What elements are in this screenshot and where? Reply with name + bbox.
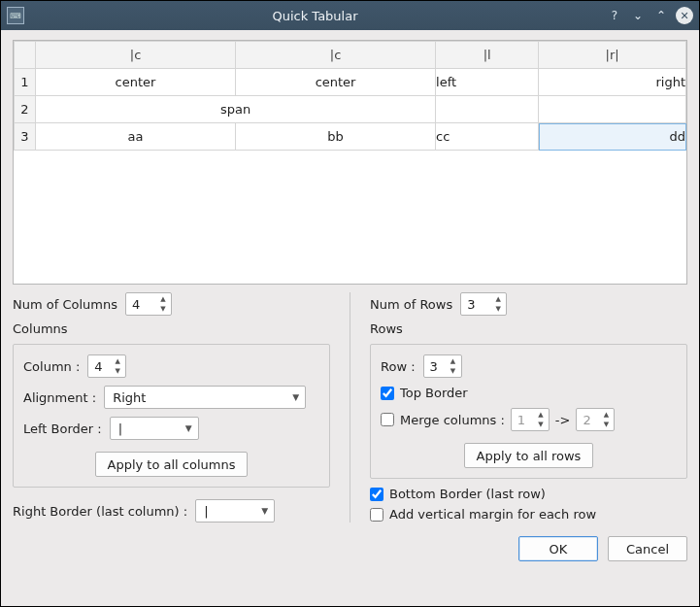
- row-header[interactable]: 1: [15, 69, 36, 96]
- vertical-margin-checkbox[interactable]: Add vertical margin for each row: [370, 507, 687, 522]
- table-cell[interactable]: span: [36, 96, 436, 123]
- chevron-down-icon: ▼: [185, 423, 192, 433]
- vertical-margin-check-input[interactable]: [370, 508, 383, 522]
- num-columns-spinbox[interactable]: 4 ▲▼: [125, 292, 172, 316]
- window-title: Quick Tabular: [24, 9, 606, 23]
- help-button[interactable]: ?: [606, 7, 623, 24]
- table-cell[interactable]: aa: [36, 123, 236, 151]
- close-button[interactable]: ✕: [676, 7, 693, 24]
- spin-down-icon[interactable]: ▼: [600, 420, 612, 429]
- rows-groupbox: Row : 3 ▲▼ Top Border Merge columns :: [370, 344, 687, 479]
- spin-up-icon[interactable]: ▲: [112, 356, 123, 366]
- num-rows-label: Num of Rows: [370, 297, 452, 312]
- spin-up-icon[interactable]: ▲: [535, 410, 547, 420]
- table-cell[interactable]: center: [36, 69, 236, 96]
- table-row: 3aabbccdd: [15, 123, 686, 151]
- table-cell[interactable]: dd: [539, 123, 686, 151]
- spin-up-icon[interactable]: ▲: [157, 294, 169, 304]
- col-header[interactable]: |c: [236, 42, 436, 69]
- col-header[interactable]: |r|: [539, 42, 686, 69]
- bottom-border-checkbox[interactable]: Bottom Border (last row): [370, 487, 687, 501]
- right-border-label: Right Border (last column) :: [13, 504, 187, 519]
- left-border-label: Left Border :: [23, 422, 102, 436]
- num-rows-spinbox[interactable]: 3 ▲▼: [460, 292, 507, 316]
- table-cell[interactable]: center: [236, 69, 436, 96]
- table-cell[interactable]: cc: [436, 123, 539, 151]
- spin-down-icon[interactable]: ▼: [112, 366, 123, 376]
- spin-down-icon[interactable]: ▼: [157, 304, 169, 314]
- top-border-check-input[interactable]: [381, 387, 394, 400]
- right-border-combo[interactable]: | ▼: [195, 499, 275, 523]
- table-cell[interactable]: left: [436, 69, 539, 96]
- merge-columns-check-input[interactable]: [381, 413, 394, 426]
- num-columns-label: Num of Columns: [13, 297, 117, 312]
- alignment-combo[interactable]: Right ▼: [104, 386, 306, 409]
- columns-groupbox: Column : 4 ▲▼ Alignment : Right ▼: [13, 344, 330, 488]
- table-preview[interactable]: |c |c |l |r| 1centercenterleftright2span…: [13, 40, 687, 285]
- window-buttons: ? ⌄ ⌃ ✕: [606, 7, 693, 24]
- rows-group-title: Rows: [370, 321, 687, 336]
- row-index-label: Row :: [381, 359, 416, 374]
- merge-columns-checkbox[interactable]: Merge columns : 1 ▲▼ -> 2 ▲▼: [381, 408, 677, 431]
- merge-from-spinbox[interactable]: 1 ▲▼: [511, 408, 550, 431]
- dialog-window: ⌨ Quick Tabular ? ⌄ ⌃ ✕ |c |c |l: [0, 0, 700, 607]
- spin-down-icon[interactable]: ▼: [492, 304, 504, 314]
- table-cell[interactable]: [436, 96, 539, 123]
- col-header[interactable]: |c: [36, 42, 236, 69]
- apply-all-rows-button[interactable]: Apply to all rows: [464, 443, 594, 468]
- dialog-content: |c |c |l |r| 1centercenterleftright2span…: [1, 30, 699, 606]
- spin-down-icon[interactable]: ▼: [448, 366, 459, 376]
- spin-up-icon[interactable]: ▲: [492, 294, 504, 304]
- header-row: |c |c |l |r|: [15, 42, 686, 69]
- merge-arrow-label: ->: [555, 413, 571, 427]
- alignment-label: Alignment :: [23, 390, 96, 405]
- chevron-down-icon: ▼: [292, 392, 299, 402]
- row-index-spinbox[interactable]: 3 ▲▼: [423, 354, 462, 378]
- top-border-checkbox[interactable]: Top Border: [381, 386, 677, 400]
- table-cell[interactable]: bb: [236, 123, 436, 151]
- apply-all-columns-button[interactable]: Apply to all columns: [95, 452, 249, 477]
- table-cell[interactable]: right: [539, 69, 686, 96]
- ok-button[interactable]: OK: [518, 536, 598, 561]
- columns-group-title: Columns: [13, 321, 330, 336]
- spin-down-icon[interactable]: ▼: [535, 420, 547, 429]
- column-index-spinbox[interactable]: 4 ▲▼: [87, 354, 126, 378]
- table-cell[interactable]: [539, 96, 686, 123]
- left-border-combo[interactable]: | ▼: [110, 417, 199, 440]
- preview-table: |c |c |l |r| 1centercenterleftright2span…: [14, 41, 686, 151]
- bottom-border-check-input[interactable]: [370, 488, 383, 501]
- minimize-button[interactable]: ⌄: [629, 7, 647, 24]
- maximize-button[interactable]: ⌃: [652, 7, 670, 24]
- titlebar: ⌨ Quick Tabular ? ⌄ ⌃ ✕: [1, 1, 699, 30]
- chevron-down-icon: ▼: [261, 506, 268, 516]
- spin-up-icon[interactable]: ▲: [600, 410, 612, 420]
- row-header[interactable]: 3: [15, 123, 36, 151]
- columns-panel: Num of Columns 4 ▲▼ Columns Column : 4 ▲…: [13, 292, 330, 523]
- column-index-label: Column :: [23, 359, 80, 374]
- merge-to-spinbox[interactable]: 2 ▲▼: [576, 408, 615, 431]
- corner-header[interactable]: [15, 42, 36, 69]
- form-area: Num of Columns 4 ▲▼ Columns Column : 4 ▲…: [13, 292, 687, 523]
- table-row: 2span: [15, 96, 686, 123]
- table-row: 1centercenterleftright: [15, 69, 686, 96]
- vertical-separator: [350, 292, 350, 523]
- row-header[interactable]: 2: [15, 96, 36, 123]
- spin-up-icon[interactable]: ▲: [448, 356, 459, 366]
- dialog-footer: OK Cancel: [13, 530, 687, 561]
- rows-panel: Num of Rows 3 ▲▼ Rows Row : 3 ▲▼: [370, 292, 687, 523]
- app-icon: ⌨: [7, 7, 24, 24]
- col-header[interactable]: |l: [436, 42, 539, 69]
- cancel-button[interactable]: Cancel: [608, 536, 687, 561]
